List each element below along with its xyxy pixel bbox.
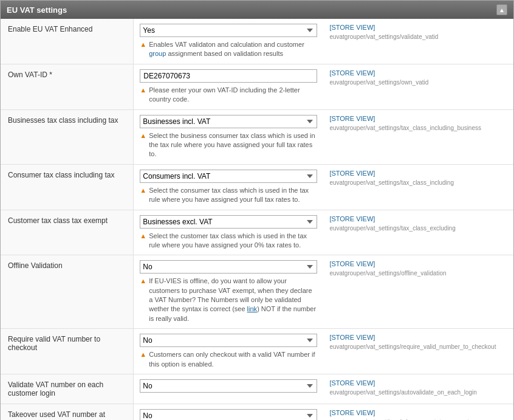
meta-validate_on_login: [STORE VIEW]euvatgrouper/vat_settings/au…: [323, 374, 513, 404]
settings-row-customer_tax_exempt: Customer tax class tax exemptBusinesses …: [1, 210, 513, 255]
hint-enable_eu_vat: ▲Enables VAT validaton and calculation a…: [140, 40, 317, 59]
control-validate_on_login: NoYes: [134, 374, 324, 404]
hint-customer_tax_exempt: ▲Select the customer tax class which is …: [140, 232, 317, 250]
hint-icon-offline_validation: ▲: [140, 277, 146, 284]
settings-row-consumer_tax_class: Consumer tax class including taxConsumer…: [1, 164, 513, 210]
meta-own_vat_id: [STORE VIEW]euvatgrouper/vat_settings/ow…: [323, 64, 513, 109]
meta-consumer_tax_class: [STORE VIEW]euvatgrouper/vat_settings/ta…: [323, 164, 513, 210]
settings-row-own_vat_id: Own VAT-ID *▲Please enter your own VAT-I…: [1, 64, 513, 109]
panel-header: EU VAT settings ▲: [1, 1, 513, 19]
hint-link-offline_validation[interactable]: link: [247, 305, 258, 312]
meta-offline_validation: [STORE VIEW]euvatgrouper/vat_settings/of…: [323, 255, 513, 329]
settings-row-businesses_tax_class: Businesses tax class including taxBusine…: [1, 109, 513, 164]
label-enable_eu_vat: Enable EU VAT Enhanced: [1, 19, 134, 64]
hint-icon-require_valid_vat: ▲: [140, 351, 146, 358]
label-consumer_tax_class: Consumer tax class including tax: [1, 164, 134, 210]
config-path-enable_eu_vat: euvatgrouper/vat_settings/validate_vatid: [329, 33, 438, 40]
store-view-link-consumer_tax_class[interactable]: [STORE VIEW]: [329, 170, 507, 177]
settings-row-enable_eu_vat: Enable EU VAT EnhancedYesNo▲Enables VAT …: [1, 19, 513, 64]
label-own_vat_id: Own VAT-ID *: [1, 64, 134, 109]
hint-content-businesses_tax_class: Select the business consumer tax class w…: [149, 131, 317, 159]
control-businesses_tax_class: Businesses incl. VAT▲Select the business…: [134, 109, 324, 164]
settings-row-validate_on_login: Validate VAT number on each customer log…: [1, 374, 513, 404]
store-view-link-require_valid_vat[interactable]: [STORE VIEW]: [329, 334, 507, 341]
expand-icon[interactable]: ▲: [496, 4, 507, 15]
label-offline_validation: Offline Validation: [1, 255, 134, 329]
panel-title: EU VAT settings: [7, 5, 67, 15]
hint-offline_validation: ▲If EU-VIES is offline, do you want to a…: [140, 277, 317, 323]
label-customer_tax_exempt: Customer tax class tax exempt: [1, 210, 134, 255]
config-path-validate_on_login: euvatgrouper/vat_settings/autovalidate_o…: [329, 389, 476, 396]
select-consumer_tax_class[interactable]: Consumers incl. VAT: [140, 170, 317, 183]
hint-content-own_vat_id: Please enter your own VAT-ID including t…: [149, 86, 317, 105]
settings-row-takeover_vat: Takeover used VAT number at checkout to …: [1, 404, 513, 420]
hint-icon-enable_eu_vat: ▲: [140, 41, 146, 48]
select-customer_tax_exempt[interactable]: Businesses excl. VAT: [140, 215, 317, 229]
control-consumer_tax_class: Consumers incl. VAT▲Select the consumer …: [134, 164, 324, 210]
store-view-link-own_vat_id[interactable]: [STORE VIEW]: [329, 69, 507, 77]
hint-content-customer_tax_exempt: Select the customer tax class which is u…: [149, 232, 317, 250]
store-view-link-offline_validation[interactable]: [STORE VIEW]: [329, 260, 507, 267]
store-view-link-validate_on_login[interactable]: [STORE VIEW]: [329, 379, 507, 387]
hint-icon-businesses_tax_class: ▲: [140, 132, 146, 139]
select-require_valid_vat[interactable]: NoYes: [140, 334, 317, 347]
hint-content-require_valid_vat: Customers can only checkout with a valid…: [149, 350, 317, 369]
config-path-customer_tax_exempt: euvatgrouper/vat_settings/tax_class_excl…: [329, 225, 455, 232]
meta-businesses_tax_class: [STORE VIEW]euvatgrouper/vat_settings/ta…: [323, 109, 513, 164]
config-path-require_valid_vat: euvatgrouper/vat_settings/require_valid_…: [329, 343, 496, 350]
hint-own_vat_id: ▲Please enter your own VAT-ID including …: [140, 86, 317, 105]
store-view-link-takeover_vat[interactable]: [STORE VIEW]: [329, 409, 507, 416]
hint-require_valid_vat: ▲Customers can only checkout with a vali…: [140, 350, 317, 369]
input-own_vat_id[interactable]: [140, 69, 317, 83]
select-takeover_vat[interactable]: NoYes: [140, 409, 317, 420]
store-view-link-enable_eu_vat[interactable]: [STORE VIEW]: [329, 24, 507, 31]
hint-icon-consumer_tax_class: ▲: [140, 187, 146, 194]
control-takeover_vat: NoYes▲Will take the VAT number from the …: [134, 404, 324, 420]
hint-content-enable_eu_vat: Enables VAT validaton and calculation an…: [149, 40, 317, 59]
select-enable_eu_vat[interactable]: YesNo: [140, 24, 317, 37]
control-own_vat_id: ▲Please enter your own VAT-ID including …: [134, 64, 324, 109]
config-path-offline_validation: euvatgrouper/vat_settings/offline_valida…: [329, 270, 446, 277]
settings-row-offline_validation: Offline ValidationNoYes▲If EU-VIES is of…: [1, 255, 513, 329]
settings-row-require_valid_vat: Require valid VAT number to checkoutNoYe…: [1, 329, 513, 374]
select-businesses_tax_class[interactable]: Businesses incl. VAT: [140, 115, 317, 128]
config-path-own_vat_id: euvatgrouper/vat_settings/own_vatid: [329, 79, 428, 86]
select-offline_validation[interactable]: NoYes: [140, 260, 317, 274]
control-enable_eu_vat: YesNo▲Enables VAT validaton and calculat…: [134, 19, 324, 64]
label-require_valid_vat: Require valid VAT number to checkout: [1, 329, 134, 374]
select-validate_on_login[interactable]: NoYes: [140, 379, 317, 393]
meta-enable_eu_vat: [STORE VIEW]euvatgrouper/vat_settings/va…: [323, 19, 513, 64]
label-businesses_tax_class: Businesses tax class including tax: [1, 109, 134, 164]
hint-businesses_tax_class: ▲Select the business consumer tax class …: [140, 131, 317, 159]
control-customer_tax_exempt: Businesses excl. VAT▲Select the customer…: [134, 210, 324, 255]
store-view-link-customer_tax_exempt[interactable]: [STORE VIEW]: [329, 215, 507, 222]
hint-icon-customer_tax_exempt: ▲: [140, 232, 146, 239]
control-offline_validation: NoYes▲If EU-VIES is offline, do you want…: [134, 255, 324, 329]
label-takeover_vat: Takeover used VAT number at checkout to …: [1, 404, 134, 420]
label-validate_on_login: Validate VAT number on each customer log…: [1, 374, 134, 404]
hint-icon-own_vat_id: ▲: [140, 86, 146, 94]
meta-takeover_vat: [STORE VIEW]euvatgrouper/vat_settings/ta…: [323, 404, 513, 420]
eu-vat-settings-panel: EU VAT settings ▲ Enable EU VAT Enhanced…: [0, 0, 514, 420]
config-path-businesses_tax_class: euvatgrouper/vat_settings/tax_class_incl…: [329, 125, 481, 131]
control-require_valid_vat: NoYes▲Customers can only checkout with a…: [134, 329, 324, 374]
hint-content-offline_validation: If EU-VIES is offline, do you want to al…: [149, 277, 317, 323]
hint-consumer_tax_class: ▲Select the consumer tax class which is …: [140, 186, 317, 205]
meta-require_valid_vat: [STORE VIEW]euvatgrouper/vat_settings/re…: [323, 329, 513, 374]
meta-customer_tax_exempt: [STORE VIEW]euvatgrouper/vat_settings/ta…: [323, 210, 513, 255]
hint-content-consumer_tax_class: Select the consumer tax class which is u…: [149, 186, 317, 205]
config-path-consumer_tax_class: euvatgrouper/vat_settings/tax_class_incl…: [329, 179, 454, 186]
settings-table: Enable EU VAT EnhancedYesNo▲Enables VAT …: [1, 19, 513, 420]
store-view-link-businesses_tax_class[interactable]: [STORE VIEW]: [329, 115, 507, 122]
